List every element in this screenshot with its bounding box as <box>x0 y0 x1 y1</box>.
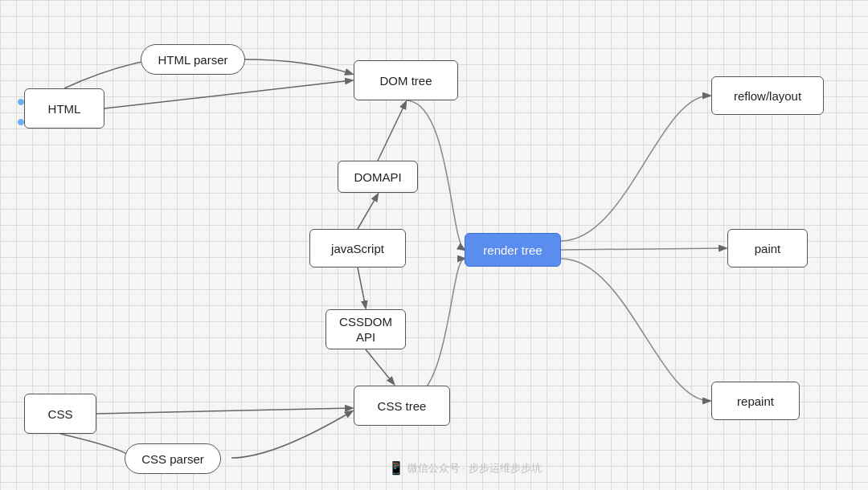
cssdom-api-node: CSSDOM API <box>326 309 406 349</box>
svg-line-3 <box>358 267 366 308</box>
svg-line-2 <box>358 194 378 229</box>
html-dot-bottom <box>18 119 24 125</box>
svg-line-0 <box>104 80 352 108</box>
html-dot-top <box>18 99 24 105</box>
repaint-node: repaint <box>711 382 800 420</box>
css-node: CSS <box>24 394 96 434</box>
svg-line-5 <box>96 408 352 414</box>
javascript-node: javaScript <box>309 229 406 267</box>
dom-tree-node: DOM tree <box>354 60 458 100</box>
reflow-node: reflow/layout <box>711 76 824 115</box>
svg-line-6 <box>561 248 726 250</box>
render-tree-node: render tree <box>465 233 561 267</box>
watermark: 📱 微信公众号 · 步步运维步步坑 <box>388 460 542 476</box>
paint-node: paint <box>727 229 808 267</box>
svg-line-4 <box>366 349 394 384</box>
css-tree-node: CSS tree <box>354 386 450 426</box>
css-parser-node: CSS parser <box>125 443 221 474</box>
svg-line-1 <box>378 102 406 161</box>
html-parser-node: HTML parser <box>141 44 245 75</box>
domapi-node: DOMAPI <box>338 161 418 193</box>
html-node: HTML <box>24 88 104 129</box>
